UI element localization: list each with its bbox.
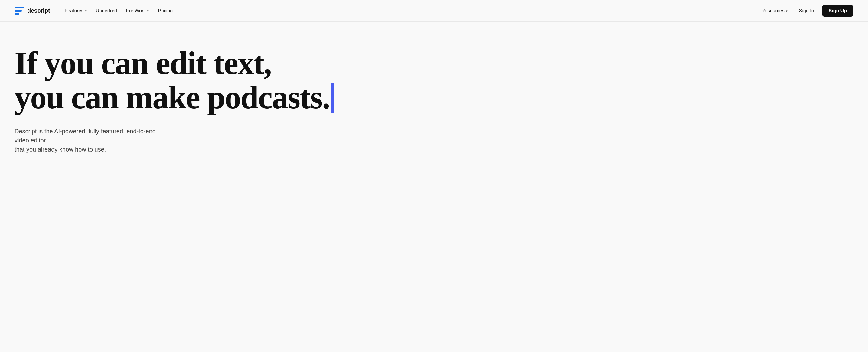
- nav-right: Resources ▾ Sign In Sign Up: [757, 5, 854, 17]
- headline-line-1: If you can edit text,: [14, 46, 409, 80]
- headline-line-2-text: you can make podcasts.: [14, 80, 330, 114]
- svg-rect-0: [14, 7, 24, 8]
- headline-line-2: you can make podcasts.: [14, 80, 409, 114]
- hero-subtext: Descript is the AI-powered, fully featur…: [14, 127, 172, 154]
- logo[interactable]: descript: [14, 7, 50, 15]
- chevron-down-icon: ▾: [85, 9, 87, 13]
- hero-section: If you can edit text, you can make podca…: [0, 22, 424, 172]
- nav-items: Features ▾ Underlord For Work ▾ Pricing: [61, 6, 176, 16]
- nav-item-pricing-label: Pricing: [158, 8, 173, 13]
- text-cursor: [332, 83, 334, 114]
- chevron-down-icon-3: ▾: [786, 9, 787, 13]
- nav-item-underlord[interactable]: Underlord: [92, 6, 121, 16]
- sign-up-button[interactable]: Sign Up: [822, 5, 854, 17]
- nav-item-underlord-label: Underlord: [96, 8, 117, 13]
- nav-item-resources-label: Resources: [761, 8, 784, 13]
- nav-item-features-label: Features: [64, 8, 84, 13]
- nav-item-for-work-label: For Work: [126, 8, 146, 13]
- chevron-down-icon-2: ▾: [147, 9, 149, 13]
- logo-text: descript: [27, 7, 50, 14]
- svg-rect-2: [14, 13, 19, 15]
- hero-subtext-line1: Descript is the AI-powered, fully featur…: [14, 128, 156, 143]
- descript-logo-icon: [14, 7, 24, 15]
- nav-item-features[interactable]: Features ▾: [61, 6, 90, 16]
- nav-item-for-work[interactable]: For Work ▾: [123, 6, 152, 16]
- svg-rect-1: [14, 10, 22, 12]
- nav-item-resources[interactable]: Resources ▾: [757, 6, 791, 16]
- sign-in-button[interactable]: Sign In: [794, 6, 819, 16]
- main-nav: descript Features ▾ Underlord For Work ▾…: [0, 0, 868, 22]
- nav-item-pricing[interactable]: Pricing: [154, 6, 176, 16]
- hero-headline: If you can edit text, you can make podca…: [14, 46, 409, 115]
- nav-left: descript Features ▾ Underlord For Work ▾…: [14, 6, 176, 16]
- hero-subtext-line2: that you already know how to use.: [14, 146, 106, 153]
